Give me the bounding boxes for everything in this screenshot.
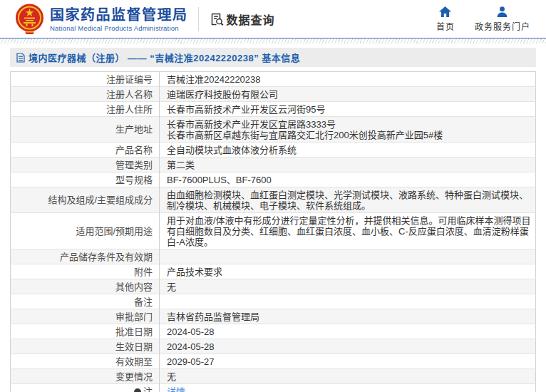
table-row: 有效期至2029-05-27 xyxy=(11,354,536,369)
field-label: 审批部门 xyxy=(11,309,160,324)
field-label: 注册证编号 xyxy=(11,72,160,87)
site-header: 国家药品监督管理局 National Medical Products Admi… xyxy=(0,0,546,38)
table-row: 备注 xyxy=(11,294,536,309)
agency-name-en: National Medical Products Administration xyxy=(50,24,188,32)
field-label: 结构及组成/主要组成成分 xyxy=(11,187,160,213)
data-query-label: 数据查询 xyxy=(227,11,275,28)
home-icon xyxy=(439,6,451,17)
header-nav: 首页 政务服务门户 xyxy=(436,6,530,32)
table-row: 产品名称全自动模块式血液体液分析系统 xyxy=(11,143,536,158)
page-title: 境内医疗器械（注册） —— “吉械注准20242220238” 基本信息 xyxy=(29,51,300,64)
hatch-band xyxy=(0,38,546,43)
nav-item-gov-portal[interactable]: 政务服务门户 xyxy=(475,6,530,32)
field-value: 用于对血液/体液中有形成分进行定量定性分析，并提供相关信息。可用临床样本测得项目… xyxy=(160,213,536,249)
field-label: 产品名称 xyxy=(11,143,160,158)
field-label: 生产地址 xyxy=(11,117,160,143)
field-value: 由血细胞检测模块、血红蛋白测定模块、光学测试模块、液路系统、特种蛋白测试模块、制… xyxy=(160,187,536,213)
field-label: 注 xyxy=(11,384,160,392)
page-icon xyxy=(16,53,25,63)
nav-item-label: 首页 xyxy=(436,20,455,32)
table-row: 生产地址长春市高新技术产业开发区宜居路3333号 长春市高新区卓越东街与宜居路交… xyxy=(11,117,536,143)
document-search-icon xyxy=(210,12,224,26)
field-label: 有效期至 xyxy=(11,354,160,369)
field-value xyxy=(160,249,536,264)
field-label: 附件 xyxy=(11,264,160,279)
field-label: 备注 xyxy=(11,294,160,309)
note-icon xyxy=(134,388,141,392)
main-content: 境内医疗器械（注册） —— “吉械注准20242220238” 基本信息 注册证… xyxy=(10,48,536,392)
field-label: 注册人住所 xyxy=(11,102,160,117)
field-value: BF-7600PLUS、BF-7600 xyxy=(160,172,536,187)
field-label: 生效日期 xyxy=(11,339,160,354)
table-row: 附件产品技术要求 xyxy=(11,264,536,279)
table-row: 产品储存条件及有效期 xyxy=(11,249,536,264)
field-label: 变更情况 xyxy=(11,369,160,384)
field-value: 第二类 xyxy=(160,158,536,172)
field-value: 长春市高新技术产业开发区宜居路3333号 长春市高新区卓越东街与宜居路交汇北行2… xyxy=(160,117,536,143)
header-divider xyxy=(198,7,199,31)
table-row: 其他内容无 xyxy=(11,279,536,294)
field-value: 全自动模块式血液体液分析系统 xyxy=(160,143,536,158)
user-icon xyxy=(497,6,508,17)
field-value: 2029-05-27 xyxy=(160,354,536,369)
detail-link[interactable]: 详情 xyxy=(167,386,185,392)
field-value: 吉械注准20242220238 xyxy=(160,72,536,87)
table-row: 型号规格BF-7600PLUS、BF-7600 xyxy=(11,172,536,187)
table-row: 结构及组成/主要组成成分由血细胞检测模块、血红蛋白测定模块、光学测试模块、液路系… xyxy=(11,187,536,213)
field-label: 管理类别 xyxy=(11,158,160,172)
field-label: 批准日期 xyxy=(11,324,160,339)
field-value: 无 xyxy=(160,279,536,294)
agency-title-block: 国家药品监督管理局 National Medical Products Admi… xyxy=(50,6,188,32)
logo-link[interactable]: 国家药品监督管理局 National Medical Products Admi… xyxy=(15,4,188,35)
table-row: 注册证编号吉械注准20242220238 xyxy=(11,72,536,87)
field-label: 注册人名称 xyxy=(11,87,160,102)
table-row: 管理类别第二类 xyxy=(11,158,536,172)
field-value: 产品技术要求 xyxy=(160,264,536,279)
national-emblem-icon xyxy=(15,4,44,35)
registration-info-table: 注册证编号吉械注准20242220238注册人名称迪瑞医疗科技股份有限公司注册人… xyxy=(10,71,536,392)
table-row: 注详情 xyxy=(11,384,536,392)
table-row: 生效日期2024-05-28 xyxy=(11,339,536,354)
field-label: 型号规格 xyxy=(11,172,160,187)
field-value: 2024-05-28 xyxy=(160,339,536,354)
field-value: 无 xyxy=(160,369,536,384)
breadcrumb: 境内医疗器械（注册） —— “吉械注准20242220238” 基本信息 xyxy=(10,48,536,67)
field-value: 吉林省药品监督管理局 xyxy=(160,309,536,324)
field-value: 长春市高新技术产业开发区云河街95号 xyxy=(160,102,536,117)
agency-name-cn: 国家药品监督管理局 xyxy=(50,6,188,24)
field-value: 迪瑞医疗科技股份有限公司 xyxy=(160,87,536,102)
table-row: 注册人名称迪瑞医疗科技股份有限公司 xyxy=(11,87,536,102)
field-label: 其他内容 xyxy=(11,279,160,294)
field-value: 2024-05-28 xyxy=(160,324,536,339)
nav-item-home[interactable]: 首页 xyxy=(436,6,455,32)
table-row: 批准日期2024-05-28 xyxy=(11,324,536,339)
field-label: 适用范围/预期用途 xyxy=(11,213,160,249)
field-label: 产品储存条件及有效期 xyxy=(11,249,160,264)
field-value: 详情 xyxy=(160,384,536,392)
data-query-button[interactable]: 数据查询 xyxy=(210,11,275,28)
table-row: 变更情况无 xyxy=(11,369,536,384)
table-row: 审批部门吉林省药品监督管理局 xyxy=(11,309,536,324)
field-value xyxy=(160,294,536,309)
table-row: 注册人住所长春市高新技术产业开发区云河街95号 xyxy=(11,102,536,117)
table-row: 适用范围/预期用途用于对血液/体液中有形成分进行定量定性分析，并提供相关信息。可… xyxy=(11,213,536,249)
nav-item-label: 政务服务门户 xyxy=(475,20,530,32)
